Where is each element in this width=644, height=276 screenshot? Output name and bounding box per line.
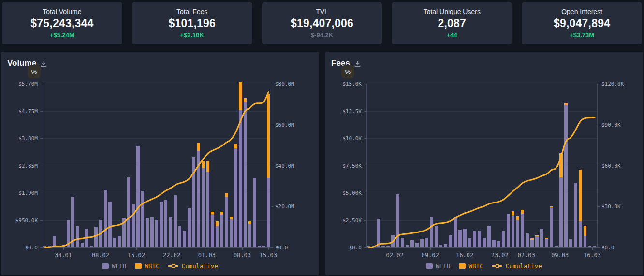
x-axis-tick: [560, 247, 560, 250]
volume-chart-legend: WETHWBTCCumulative: [1, 262, 319, 270]
x-axis-tick: [592, 247, 593, 250]
x-axis-label: 02.03: [517, 252, 535, 259]
wbtc-swatch-icon: [459, 263, 466, 269]
x-axis-label: 09.02: [422, 252, 439, 259]
legend-label: WETH: [112, 262, 126, 270]
y-axis-right-label: $0.0: [275, 245, 288, 251]
legend-item-cumulative[interactable]: Cumulative: [492, 262, 542, 270]
x-axis-tick: [136, 247, 137, 250]
stat-card-delta: +$5.24M: [50, 31, 74, 39]
legend-item-weth[interactable]: WETH: [102, 262, 126, 270]
y-axis-left-label: $4.75M: [1, 108, 38, 114]
x-axis-tick: [395, 247, 395, 250]
y-axis-right-label: $20.0M: [275, 203, 294, 210]
stat-card-label: Total Volume: [43, 8, 81, 15]
x-axis-tick: [242, 247, 243, 250]
stat-card-delta: +$3.73M: [570, 31, 594, 39]
y-axis-right-label: $40.0M: [275, 162, 294, 169]
stat-card-value: $9,047,894: [554, 17, 610, 30]
stat-card-value: $19,407,006: [291, 17, 353, 30]
x-axis-tick: [63, 247, 64, 250]
x-axis-label: 08.02: [92, 252, 109, 259]
stat-card-value: $101,196: [168, 17, 216, 30]
y-axis-left-label: $0.0: [1, 245, 38, 251]
stat-card-value: 2,087: [438, 17, 467, 30]
legend-item-weth[interactable]: WETH: [426, 262, 450, 270]
y-axis-left-label: $7.50K: [325, 162, 362, 169]
x-axis-tick: [500, 247, 500, 250]
stat-card-value: $75,243,344: [30, 17, 93, 30]
y-axis-right-label: $0.0: [601, 245, 615, 251]
volume-chart-plot[interactable]: $5.70M$4.75M$3.80M$2.85M$1.90M$950.0K$0.…: [1, 52, 319, 275]
stat-card-delta: +$2.10K: [180, 31, 204, 39]
x-axis-tick: [430, 247, 431, 250]
x-axis-tick: [207, 247, 207, 250]
x-axis-tick: [172, 247, 172, 250]
y-axis-left-label: $2.50K: [325, 217, 362, 223]
y-axis-right-label: $80.0M: [275, 81, 294, 87]
y-axis-left-label: $5.70M: [1, 81, 38, 87]
legend-label: Cumulative: [505, 262, 542, 270]
stat-card-delta: $-94.2K: [311, 31, 333, 39]
y-axis-right-label: $120.0K: [601, 81, 624, 87]
x-axis-label: 15.02: [128, 252, 145, 259]
y-axis-left-label: $3.80M: [1, 135, 38, 142]
legend-item-wbtc[interactable]: WBTC: [459, 262, 483, 270]
cumulative-line-icon: [492, 265, 502, 267]
stat-card-total-unique-users: Total Unique Users2,087+44: [392, 2, 512, 44]
y-axis-left-label: $5.00K: [325, 190, 362, 196]
legend-label: WBTC: [145, 262, 159, 270]
stat-card-total-fees: Total Fees$101,196+$2.10K: [132, 2, 252, 44]
x-axis-label: 16.02: [456, 252, 473, 259]
y-axis-right-label: $30.0K: [601, 203, 621, 210]
stat-card-delta: +44: [447, 31, 457, 39]
cumulative-line-icon: [168, 265, 178, 267]
x-axis-label: 09.03: [551, 252, 569, 259]
stat-card-total-volume: Total Volume$75,243,344+$5.24M: [2, 2, 122, 44]
stat-card-tvl: TVL$19,407,006$-94.2K: [262, 2, 382, 44]
y-axis-right-label: $60.0K: [601, 162, 621, 169]
x-axis-tick: [465, 247, 465, 250]
x-axis-label: 08.03: [234, 252, 251, 259]
y-axis-left-label: $15.0K: [325, 81, 362, 87]
x-axis-label: 30.01: [55, 252, 72, 259]
legend-label: WBTC: [468, 262, 483, 270]
stat-card-label: Total Unique Users: [424, 8, 481, 15]
y-axis-left-label: $10.0K: [325, 135, 362, 142]
fees-chart-plot[interactable]: $15.0K$12.5K$10.0K$7.50K$5.00K$2.50K$0.0…: [325, 52, 643, 275]
fees-chart-legend: WETHWBTCCumulative: [325, 262, 643, 270]
y-axis-left-label: $2.85M: [1, 162, 38, 169]
legend-item-wbtc[interactable]: WBTC: [135, 262, 159, 270]
legend-label: WETH: [436, 262, 450, 270]
x-axis-tick: [268, 247, 269, 250]
stat-card-label: Total Fees: [176, 8, 208, 15]
y-axis-right-label: $60.0M: [275, 121, 294, 128]
y-axis-right-label: $90.0K: [601, 121, 621, 128]
wbtc-swatch-icon: [135, 263, 142, 269]
dashboard: Total Volume$75,243,344+$5.24MTotal Fees…: [0, 0, 644, 276]
y-axis-left-label: $12.5K: [325, 108, 362, 114]
stat-cards-row: Total Volume$75,243,344+$5.24MTotal Fees…: [2, 2, 642, 44]
x-axis-label: 22.02: [163, 252, 180, 259]
legend-label: Cumulative: [181, 262, 218, 270]
y-axis-left-label: $0.0: [325, 245, 362, 251]
weth-swatch-icon: [102, 263, 109, 269]
stat-card-open-interest: Open Interest$9,047,894+$3.73M: [522, 2, 642, 44]
y-axis-line-right: [597, 84, 598, 247]
weth-swatch-icon: [426, 263, 433, 269]
x-axis-label: 02.02: [386, 252, 404, 259]
legend-item-cumulative[interactable]: Cumulative: [168, 262, 218, 270]
cumulative-line: [43, 84, 271, 251]
x-axis-label: 01.03: [198, 252, 216, 259]
fees-panel: Fees % $15.0K$12.5K$10.0K$7.50K$5.00K$2.…: [325, 52, 643, 275]
x-axis-label: 15.03: [260, 252, 277, 259]
x-axis-label: 16.03: [584, 252, 601, 259]
y-axis-left-label: $1.90M: [1, 190, 38, 196]
y-axis-left-label: $950.0K: [1, 217, 38, 223]
x-axis-tick: [101, 247, 101, 250]
y-axis-line-right: [271, 84, 271, 247]
stat-card-label: Open Interest: [561, 8, 602, 15]
x-axis-label: 23.02: [491, 252, 509, 259]
stat-card-label: TVL: [316, 8, 328, 15]
x-axis-tick: [527, 247, 527, 250]
